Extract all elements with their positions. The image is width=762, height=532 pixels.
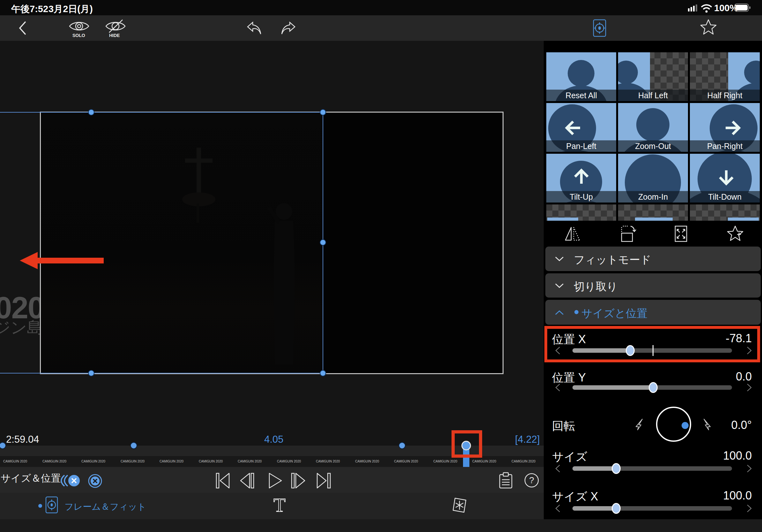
viewport-frame[interactable] (40, 112, 503, 374)
section-keyframe-dot (574, 310, 578, 314)
canvas-area: 020 ジン島 (0, 41, 544, 445)
help-icon[interactable]: ? (524, 473, 539, 488)
favorites-star-icon[interactable] (700, 19, 717, 35)
preset-half-right[interactable]: Half Right (690, 52, 760, 101)
preset-partial[interactable] (690, 204, 760, 221)
chevron-up-icon (555, 309, 564, 316)
pos-y-slider[interactable] (555, 382, 752, 393)
selection-handle[interactable] (320, 239, 326, 245)
step-forward-icon[interactable] (291, 473, 306, 489)
preset-pan-left[interactable]: Pan-Left (546, 103, 616, 152)
preset-label: Half Right (690, 90, 760, 101)
timeline-end-time: [4.22] (515, 434, 540, 445)
play-icon[interactable] (268, 473, 283, 489)
solo-eye-icon[interactable] (69, 20, 89, 33)
watermark-island: ジン島 (0, 317, 43, 338)
clip-label: CAMIGUIN 2020 (472, 460, 496, 463)
keyframe-dot[interactable] (130, 442, 137, 449)
section-fit-mode-label: フィットモード (574, 253, 651, 267)
timeline-keyframe-time: 4.05 (264, 434, 283, 445)
arrow-left-icon (560, 115, 585, 141)
star-plus-icon[interactable] (727, 225, 745, 243)
clip-label: CAMIGUIN 2020 (433, 460, 457, 463)
keyframe-remove-all-icon[interactable] (61, 475, 80, 487)
bottom-strip (0, 519, 762, 532)
skip-to-end-icon[interactable] (317, 473, 331, 489)
wifi-icon (701, 4, 712, 13)
preset-label: Tilt-Down (690, 191, 760, 203)
step-back-icon[interactable] (240, 473, 255, 489)
rotation-dial[interactable] (656, 407, 691, 442)
redo-icon[interactable] (279, 21, 296, 35)
hide-eye-icon[interactable] (105, 19, 126, 33)
preset-label: Tilt-Up (546, 191, 616, 203)
cross-silhouette (169, 145, 232, 240)
status-bar (0, 0, 762, 15)
preset-partial[interactable] (618, 204, 688, 221)
keyframe-dot[interactable] (399, 442, 406, 449)
clip-label: CAMIGUIN 2020 (81, 460, 105, 463)
tab-frame-fit[interactable]: フレーム＆フィット (64, 501, 146, 513)
keyframe-remove-icon[interactable] (88, 474, 103, 489)
solo-label: SOLO (72, 33, 85, 38)
app-window: 午後7:52 3月2日(月) 100% SOLO HIDE (0, 0, 762, 532)
preset-label: Zoom-Out (618, 140, 688, 152)
red-arrow-head (20, 252, 38, 269)
filmstrip[interactable]: CAMIGUIN 2020 CAMIGUIN 2020 CAMIGUIN 202… (0, 456, 544, 467)
clip-label: CAMIGUIN 2020 (511, 460, 535, 463)
person-silhouette (261, 199, 306, 374)
preset-label: Zoom-In (618, 191, 688, 203)
tool-label: サイズ＆位置 (1, 472, 61, 485)
preset-partial[interactable] (546, 204, 616, 221)
skip-to-start-icon[interactable] (216, 473, 230, 489)
selection-handle[interactable] (88, 109, 95, 115)
preset-label: Half Left (618, 90, 688, 101)
clip-label: CAMIGUIN 2020 (42, 460, 66, 463)
preset-zoom-in[interactable]: Zoom-In (618, 154, 688, 203)
preset-half-left[interactable]: Half Left (618, 52, 688, 101)
clip-label: CAMIGUIN 2020 (199, 460, 223, 463)
clip-label: CAMIGUIN 2020 (238, 460, 262, 463)
undo-icon[interactable] (246, 21, 263, 35)
pos-x-value: -78.1 (656, 332, 752, 345)
size-label: サイズ (552, 449, 587, 465)
status-time: 午後7:52 (11, 3, 48, 16)
back-icon[interactable] (18, 21, 28, 36)
text-tool-icon[interactable]: T (270, 495, 289, 515)
chevron-down-icon (555, 283, 564, 289)
size-slider[interactable] (555, 463, 752, 474)
status-date: 3月2日(月) (48, 3, 93, 16)
selection-handle[interactable] (320, 370, 326, 376)
battery-icon (734, 4, 750, 12)
selection-top-edge (0, 112, 323, 112)
red-arrow-annotation (37, 258, 104, 263)
selection-bottom-edge (0, 373, 323, 373)
preset-zoom-out[interactable]: Zoom-Out (618, 103, 688, 152)
rotate-ccw-icon[interactable] (634, 419, 645, 431)
flip-horizontal-icon[interactable] (564, 225, 581, 243)
size-x-label: サイズ X (552, 489, 598, 504)
rotation-label: 回転 (552, 419, 575, 434)
clip-label: CAMIGUIN 2020 (160, 460, 184, 463)
fit-scale-icon[interactable] (672, 225, 690, 243)
clip-label: CAMIGUIN 2020 (120, 460, 145, 463)
clipboard-list-icon[interactable] (498, 472, 513, 489)
svg-text:T: T (273, 494, 286, 516)
size-x-slider[interactable] (555, 503, 752, 514)
preset-pan-right[interactable]: Pan-Right (690, 103, 760, 152)
frame-fit-toolbar-icon[interactable] (592, 19, 607, 37)
clip-label: CAMIGUIN 2020 (394, 460, 418, 463)
rotate-cw-icon[interactable] (701, 419, 713, 431)
preset-tilt-down[interactable]: Tilt-Down (690, 154, 760, 203)
preset-reset-all[interactable]: Reset All (546, 52, 616, 101)
pos-x-slider[interactable] (555, 345, 752, 356)
preset-tilt-up[interactable]: Tilt-Up (546, 154, 616, 203)
arrow-up-icon (569, 163, 594, 189)
frame-fit-tab-icon[interactable] (45, 496, 59, 513)
selection-handle[interactable] (320, 109, 326, 115)
clip-label: CAMIGUIN 2020 (316, 460, 340, 463)
effects-icon[interactable] (451, 496, 469, 515)
section-crop-label: 切り取り (574, 279, 618, 294)
selection-handle[interactable] (88, 370, 95, 376)
rotate-canvas-icon[interactable] (618, 225, 636, 243)
